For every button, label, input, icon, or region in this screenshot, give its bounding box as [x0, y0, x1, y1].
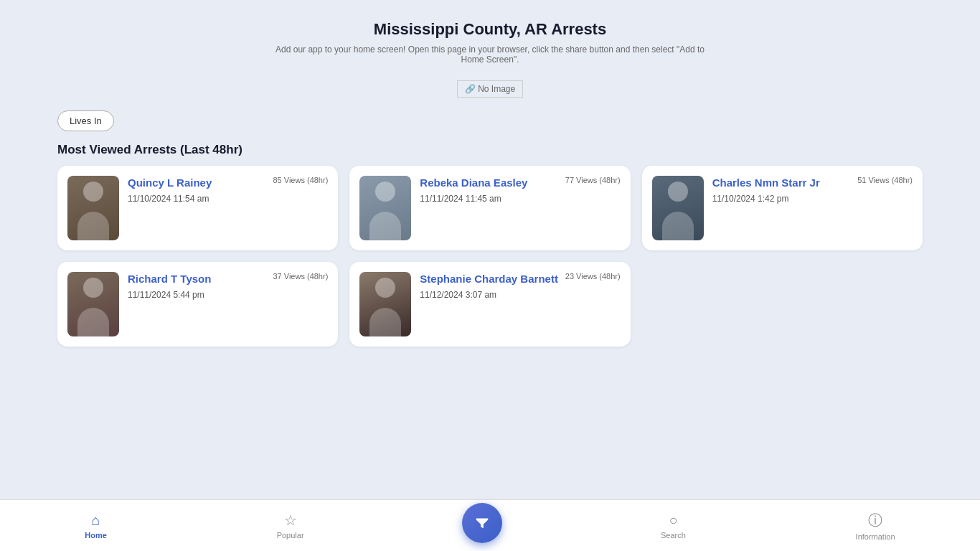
lives-in-button[interactable]: Lives In [57, 110, 114, 131]
bottom-nav: ⌂ Home ☆ Popular ○ Search ⓘ Information [0, 499, 980, 551]
arrest-photo-charles [652, 176, 704, 240]
arrest-date-stephanie: 11/12/2024 3:07 am [420, 289, 620, 301]
nav-popular[interactable]: ☆ Popular [265, 506, 316, 545]
nav-popular-label: Popular [277, 531, 304, 540]
nav-information-label: Information [856, 532, 895, 541]
arrest-date-charles: 11/10/2024 1:42 pm [712, 193, 913, 205]
arrest-views-stephanie: 23 Views (48hr) [565, 272, 621, 281]
nav-information[interactable]: ⓘ Information [844, 505, 907, 547]
search-icon: ○ [669, 512, 677, 529]
arrest-photo-stephanie [359, 272, 411, 336]
arrest-photo-quincy [67, 176, 119, 240]
no-image-placeholder: 🔗 No Image [457, 80, 523, 98]
arrest-card-rebeka[interactable]: Rebeka Diana Easley 11/11/2024 11:45 am … [349, 166, 630, 250]
page-subtitle: Add our app to your home screen! Open th… [275, 44, 705, 65]
arrest-views-quincy: 85 Views (48hr) [273, 176, 328, 184]
popular-icon: ☆ [284, 512, 297, 529]
arrest-card-quincy[interactable]: Quincy L Rainey 11/10/2024 11:54 am 85 V… [57, 166, 338, 250]
page-header: Mississippi County, AR Arrests Add our a… [0, 0, 980, 73]
nav-home-label: Home [85, 531, 107, 540]
home-icon: ⌂ [92, 512, 100, 529]
information-icon: ⓘ [868, 511, 882, 530]
nav-search[interactable]: ○ Search [649, 507, 697, 545]
fab-button[interactable] [462, 503, 502, 543]
arrest-date-richard: 11/11/2024 5:44 pm [128, 289, 328, 301]
page-title: Mississippi County, AR Arrests [14, 20, 966, 39]
arrests-grid: Quincy L Rainey 11/10/2024 11:54 am 85 V… [0, 166, 980, 347]
arrest-card-charles[interactable]: Charles Nmn Starr Jr 11/10/2024 1:42 pm … [642, 166, 923, 250]
nav-home[interactable]: ⌂ Home [73, 507, 118, 545]
nav-search-label: Search [661, 531, 686, 540]
filter-icon [474, 515, 490, 531]
arrest-views-charles: 51 Views (48hr) [857, 176, 913, 184]
arrest-card-stephanie[interactable]: Stephanie Charday Barnett 11/12/2024 3:0… [349, 262, 630, 347]
arrest-photo-richard [67, 272, 119, 336]
section-title: Most Viewed Arrests (Last 48hr) [0, 137, 980, 166]
no-image-area: 🔗 No Image [0, 73, 980, 102]
filter-area: Lives In [0, 102, 980, 137]
arrest-date-quincy: 11/10/2024 11:54 am [128, 193, 328, 205]
arrest-views-richard: 37 Views (48hr) [273, 272, 328, 281]
arrest-photo-rebeka [359, 176, 411, 240]
arrest-card-richard[interactable]: Richard T Tyson 11/11/2024 5:44 pm 37 Vi… [57, 262, 338, 347]
arrest-views-rebeka: 77 Views (48hr) [565, 176, 621, 184]
arrest-date-rebeka: 11/11/2024 11:45 am [420, 193, 620, 205]
